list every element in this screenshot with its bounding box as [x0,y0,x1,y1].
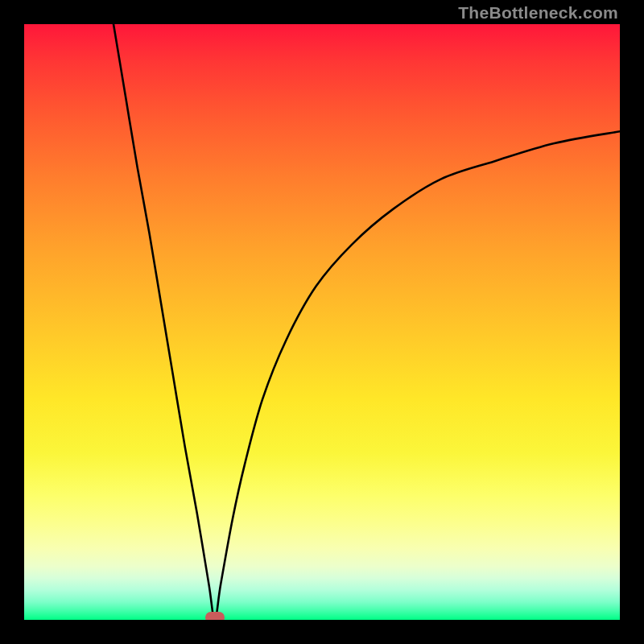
bottleneck-curve [114,24,620,620]
curve-svg [24,24,620,620]
plot-area [24,24,620,620]
optimal-point-marker [205,612,225,620]
attribution-label: TheBottleneck.com [458,3,618,23]
chart-frame: TheBottleneck.com [0,0,644,644]
